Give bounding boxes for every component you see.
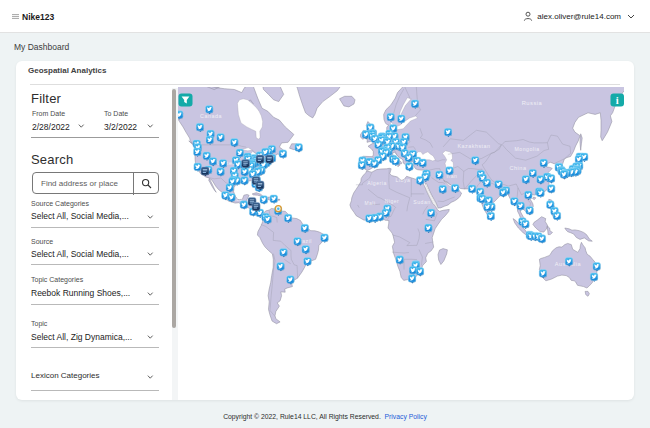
svg-text:Libya: Libya [396,177,411,183]
svg-text:Canada: Canada [200,113,222,119]
svg-text:Algeria: Algeria [367,180,387,186]
svg-text:Niger: Niger [385,198,399,204]
svg-text:Kazakhstan: Kazakhstan [457,143,490,149]
svg-text:i: i [616,95,619,106]
svg-text:Russia: Russia [522,100,543,106]
svg-text:Mongolia: Mongolia [514,146,539,152]
svg-text:Sudan: Sudan [413,199,431,205]
svg-text:Mali: Mali [364,200,375,206]
svg-text:China: China [509,165,527,171]
